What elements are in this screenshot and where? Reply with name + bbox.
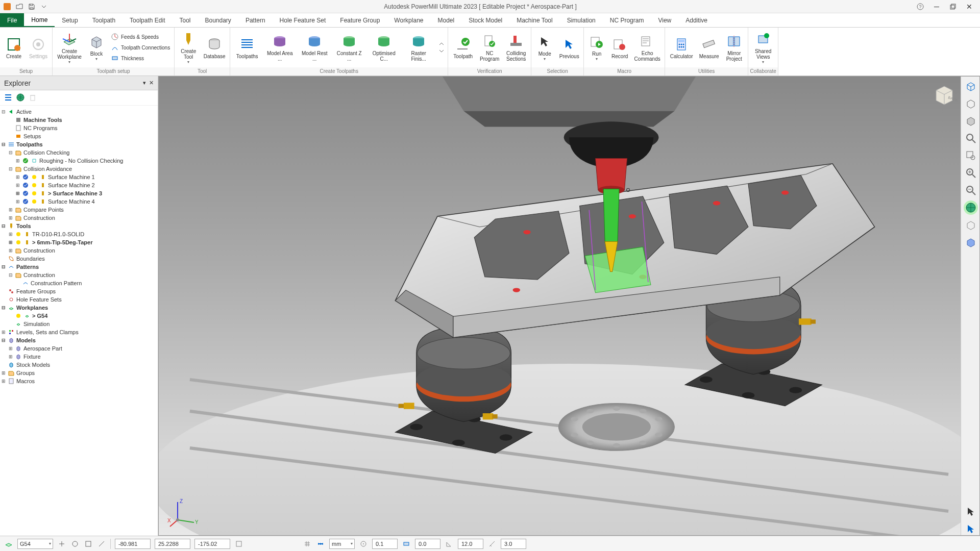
tree-stock-models[interactable]: Stock Models — [1, 361, 157, 369]
sb-icon-1[interactable] — [57, 539, 66, 548]
run-button[interactable]: Run ▾ — [587, 33, 606, 62]
sb-icon-2[interactable] — [70, 539, 80, 548]
thickness-button[interactable]: Thickness — [110, 54, 171, 63]
globe-button[interactable] — [964, 201, 978, 215]
value-field-2[interactable]: 3.0 — [501, 539, 526, 549]
workplane-combo[interactable]: G54▾ — [17, 539, 53, 549]
qat-dropdown-icon[interactable] — [40, 3, 48, 11]
toolbar-delete-icon[interactable] — [29, 93, 37, 103]
tree-machine-tools[interactable]: Machine Tools — [1, 116, 157, 124]
select-arrow-button[interactable] — [964, 504, 978, 518]
sb-icon-3[interactable] — [84, 539, 93, 548]
mode-button[interactable]: Mode ▾ — [534, 33, 555, 62]
tree-nc-programs[interactable]: NC Programs — [1, 124, 157, 132]
tab-nc-program[interactable]: NC Program — [603, 13, 651, 27]
tab-feature-group[interactable]: Feature Group — [333, 13, 387, 27]
toolpaths-button[interactable]: Toolpaths — [233, 35, 261, 60]
tree-macros[interactable]: ⊞Macros — [1, 377, 157, 385]
restore-button[interactable] — [945, 1, 961, 12]
file-tab[interactable]: File — [0, 13, 24, 27]
toolbar-list-icon[interactable] — [4, 93, 12, 103]
tab-workplane[interactable]: Workplane — [387, 13, 430, 27]
zoom-in-button[interactable] — [964, 166, 978, 180]
sb-units-icon[interactable] — [316, 539, 325, 548]
view-shaded-button[interactable] — [964, 114, 978, 128]
previous-button[interactable]: Previous — [558, 35, 580, 60]
tree-pattern-construction[interactable]: ⊟Construction — [1, 271, 157, 279]
workplane-status-icon[interactable] — [4, 539, 13, 548]
tree-tool-1[interactable]: ⊞TR-D10-R1.0-SOLID — [1, 230, 157, 238]
value-field-1[interactable]: 12.0 — [458, 539, 483, 549]
zoom-window-button[interactable] — [964, 148, 978, 163]
tree-hole-feature-sets[interactable]: Hole Feature Sets — [1, 295, 157, 304]
calculator-button[interactable]: Calculator — [668, 35, 695, 60]
tree-surface-machine-1[interactable]: ⊞Surface Machine 1 — [1, 173, 157, 181]
create-tool-button[interactable]: Create Tool ▾ — [178, 30, 199, 65]
tab-view[interactable]: View — [651, 13, 678, 27]
tree-construction-pattern[interactable]: Construction Pattern — [1, 279, 157, 287]
tab-pattern[interactable]: Pattern — [238, 13, 273, 27]
tolerance-field-2[interactable]: 0.0 — [415, 539, 440, 549]
tree-collision-checking[interactable]: ⊟Collision Checking — [1, 148, 157, 157]
optimised-button[interactable]: Optimised C... — [368, 32, 400, 63]
tree-compare-points[interactable]: ⊞Compare Points — [1, 206, 157, 214]
tree-fixture[interactable]: ⊞Fixture — [1, 353, 157, 361]
zoom-out-button[interactable] — [964, 183, 978, 197]
feeds-speeds-button[interactable]: Feeds & Speeds — [110, 32, 171, 41]
minimize-button[interactable]: ─ — [929, 1, 944, 12]
tree-g54[interactable]: > G54 — [1, 312, 157, 320]
database-button[interactable]: Database — [202, 35, 227, 60]
tree-surface-machine-2[interactable]: ⊞Surface Machine 2 — [1, 181, 157, 189]
pin-icon[interactable]: ▾ — [143, 80, 146, 86]
tab-setup[interactable]: Setup — [55, 13, 85, 27]
close-panel-icon[interactable]: ✕ — [149, 80, 154, 86]
open-icon[interactable] — [15, 3, 23, 11]
tree-surface-machine-3[interactable]: ⊞> Surface Machine 3 — [1, 189, 157, 197]
tree-toolpaths[interactable]: ⊟Toolpaths — [1, 140, 157, 148]
view-solid-button[interactable] — [964, 235, 978, 249]
tab-simulation[interactable]: Simulation — [560, 13, 603, 27]
settings-button[interactable]: Settings — [28, 35, 49, 60]
coord-z-field[interactable]: -175.02 — [194, 539, 230, 549]
zoom-fit-button[interactable] — [964, 131, 978, 145]
colliding-sections-button[interactable]: Colliding Sections — [504, 32, 528, 63]
units-combo[interactable]: mm▾ — [329, 539, 355, 549]
view-cube[interactable]: BACK — [931, 81, 958, 108]
tree-setups[interactable]: Setups — [1, 132, 157, 140]
tree-patterns[interactable]: ⊟Patterns — [1, 263, 157, 271]
toolbar-globe-icon[interactable] — [16, 93, 24, 103]
view-box-button[interactable] — [964, 218, 978, 232]
verify-toolpath-button[interactable]: Toolpath — [451, 35, 475, 60]
tree-collision-avoidance[interactable]: ⊟Collision Avoidance — [1, 165, 157, 173]
help-icon[interactable]: ? — [913, 1, 928, 12]
tree-workplanes[interactable]: ⊟Workplanes — [1, 304, 157, 312]
tolerance-field-1[interactable]: 0.1 — [372, 539, 398, 549]
record-button[interactable]: Record — [609, 35, 630, 60]
tree-active[interactable]: ⊟Active — [1, 108, 157, 116]
tab-additive[interactable]: Additive — [678, 13, 715, 27]
sb-step-icon[interactable] — [487, 539, 497, 548]
tree-feature-groups[interactable]: Feature Groups — [1, 287, 157, 295]
coord-y-field[interactable]: 25.2288 — [155, 539, 190, 549]
create-button[interactable]: Create — [3, 35, 24, 60]
tab-boundary[interactable]: Boundary — [198, 13, 238, 27]
tree-construction[interactable]: ⊞Construction — [1, 214, 157, 222]
tree-aerospace-part[interactable]: ⊞Aerospace Part — [1, 344, 157, 353]
view-iso-button[interactable] — [964, 79, 978, 93]
tab-toolpath[interactable]: Toolpath — [85, 13, 122, 27]
sb-snap-icon[interactable] — [234, 539, 243, 548]
echo-commands-button[interactable]: Echo Commands — [633, 32, 662, 63]
tab-toolpath-edit[interactable]: Toolpath Edit — [122, 13, 172, 27]
save-icon[interactable] — [28, 3, 36, 11]
gallery-expand-button[interactable] — [437, 40, 445, 55]
tree-boundaries[interactable]: Boundaries — [1, 255, 157, 263]
sb-angle-icon[interactable] — [445, 539, 454, 548]
tree-surface-machine-4[interactable]: ⊞Surface Machine 4 — [1, 197, 157, 206]
tree-roughing-no-collision[interactable]: ⊞Roughing - No Collision Checking — [1, 157, 157, 165]
tab-model[interactable]: Model — [430, 13, 461, 27]
tree-models[interactable]: ⊟Models — [1, 336, 157, 344]
raster-finish-button[interactable]: Raster Finis... — [403, 32, 434, 63]
sb-tol-icon[interactable] — [359, 539, 368, 548]
tree-tool-construction[interactable]: ⊞Construction — [1, 246, 157, 255]
coord-x-field[interactable]: -80.981 — [115, 539, 151, 549]
